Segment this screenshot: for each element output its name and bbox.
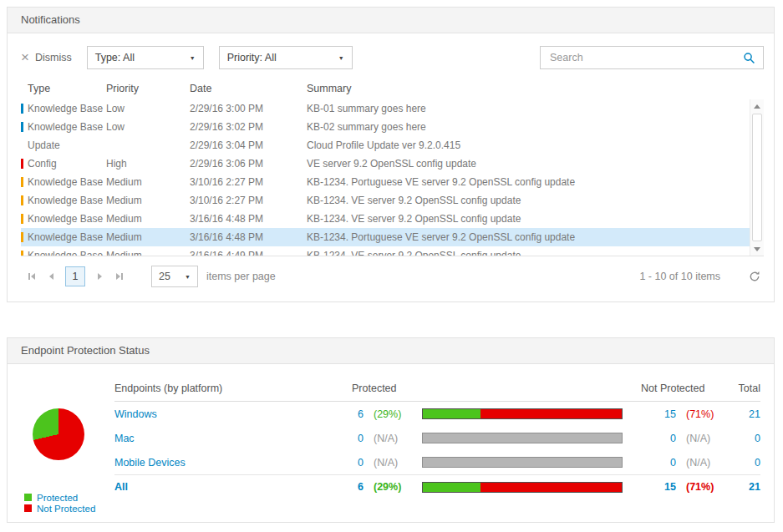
not-protected-count[interactable]: 0 [633,457,676,469]
cell-type: Knowledge Base [21,121,106,133]
notification-row[interactable]: Update 2/29/16 3:04 PM Cloud Profile Upd… [21,136,750,155]
dismiss-button[interactable]: × Dismiss [21,52,72,63]
column-header-total: Total [723,383,760,394]
legend-item-not-protected: Not Protected [24,503,95,514]
notification-row[interactable]: Knowledge Base Low 2/29/16 3:02 PM KB-02… [21,118,750,136]
next-page-button[interactable] [89,266,109,286]
total-count[interactable]: 0 [723,457,760,469]
not-protected-count[interactable]: 15 [633,481,676,493]
notification-row[interactable]: Knowledge Base Medium 3/16/16 4:49 PM KB… [21,246,750,256]
panel-title: Notifications [8,8,774,33]
cell-priority: Medium [106,176,190,188]
not-protected-bar-segment [480,483,622,492]
prev-page-button[interactable] [41,266,61,286]
search-icon[interactable] [743,52,755,64]
protected-count[interactable]: 6 [332,408,364,420]
first-page-button[interactable] [21,266,41,286]
legend-label: Not Protected [37,504,95,514]
grid-header-row: Type Priority Date Summary [21,78,764,99]
column-header-type[interactable]: Type [21,83,106,94]
cell-type: Knowledge Base [21,231,106,243]
chevron-up-icon [754,104,760,109]
refresh-button[interactable] [745,267,764,286]
cell-date: 3/10/16 2:27 PM [190,176,307,188]
platform-link[interactable]: All [114,481,332,493]
notification-row-selected[interactable]: Knowledge Base Medium 3/16/16 4:48 PM KB… [21,228,750,246]
protected-percent: (N/A) [364,433,412,444]
cell-type: Knowledge Base [21,103,106,114]
cell-date: 2/29/16 3:04 PM [190,139,307,151]
cell-summary: KB-1234. VE server 9.2 OpenSSL config up… [307,250,750,256]
cell-summary: KB-1234. Portuguese VE server 9.2 OpenSS… [307,231,750,243]
dismiss-x-icon: × [21,52,29,63]
cell-date: 3/16/16 4:48 PM [190,213,307,225]
scroll-down-button[interactable] [750,242,764,256]
cell-date: 2/29/16 3:00 PM [190,103,307,114]
not-protected-percent: (N/A) [676,433,723,444]
priority-filter-value: Priority: All [227,52,277,63]
panel-title: Endpoint Protection Status [8,338,774,364]
cell-date: 2/29/16 3:06 PM [190,158,307,170]
page-size-dropdown[interactable]: 25 ▼ [151,266,198,287]
arrow-right-icon [116,273,120,280]
dismiss-label: Dismiss [35,52,72,63]
column-header-summary[interactable]: Summary [307,83,764,94]
cell-type: Knowledge Base [21,250,106,256]
first-page-icon [28,273,30,280]
total-count[interactable]: 21 [723,408,760,420]
protected-count[interactable]: 6 [332,481,364,493]
protected-count[interactable]: 0 [332,433,364,444]
platform-link[interactable]: Mobile Devices [114,457,332,469]
column-header-not-protected: Not Protected [633,383,723,394]
notification-row[interactable]: Knowledge Base Medium 3/10/16 2:27 PM KB… [21,173,750,191]
protection-bar [422,408,623,419]
search-input[interactable] [548,51,743,64]
last-page-icon [121,273,123,280]
notification-row[interactable]: Knowledge Base Low 2/29/16 3:00 PM KB-01… [21,99,750,118]
protected-percent: (29%) [364,481,412,493]
last-page-button[interactable] [109,266,130,286]
column-header-priority[interactable]: Priority [106,83,190,94]
not-protected-count[interactable]: 0 [633,433,676,444]
cell-summary: Cloud Profile Update ver 9.2.0.415 [307,139,750,151]
page-size-value: 25 [159,271,170,282]
protected-count[interactable]: 0 [332,457,364,469]
items-range-label: 1 - 10 of 10 items [639,271,720,282]
notification-row[interactable]: Config High 2/29/16 3:06 PM VE server 9.… [21,155,750,173]
platform-link[interactable]: Windows [114,408,332,420]
severity-indicator [21,159,23,169]
platform-link[interactable]: Mac [114,433,332,444]
notification-row[interactable]: Knowledge Base Medium 3/10/16 2:27 PM KB… [21,191,750,210]
current-page-button[interactable]: 1 [65,266,85,286]
cell-summary: KB-02 summary goes here [307,121,750,133]
cell-priority: Medium [106,250,190,256]
cell-summary: KB-1234. VE server 9.2 OpenSSL config up… [307,195,750,206]
protected-bar-segment [423,483,480,492]
notification-row[interactable]: Knowledge Base Medium 3/16/16 4:48 PM KB… [21,210,750,228]
cell-priority: Medium [106,231,190,243]
column-header-date[interactable]: Date [190,83,307,94]
endpoint-row-all: All 6 (29%) 15 (71%) 21 [114,474,760,499]
priority-filter-dropdown[interactable]: Priority: All ▼ [219,46,353,69]
vertical-scrollbar[interactable] [750,99,764,256]
scroll-up-button[interactable] [750,99,764,113]
severity-indicator [21,251,23,256]
notifications-grid: Type Priority Date Summary Knowledge Bas… [21,78,764,256]
cell-date: 3/16/16 4:48 PM [190,231,307,243]
cell-summary: VE server 9.2 OpenSSL config update [307,158,750,170]
total-count[interactable]: 0 [723,433,760,444]
type-filter-dropdown[interactable]: Type: All ▼ [87,46,204,69]
grid-rows: Knowledge Base Low 2/29/16 3:00 PM KB-01… [21,99,764,256]
scrollbar-thumb[interactable] [752,114,762,241]
cell-summary: KB-1234. Portuguese VE server 9.2 OpenSS… [307,176,750,188]
cell-type: Knowledge Base [21,213,106,225]
endpoint-row-mac: Mac 0 (N/A) 0 (N/A) 0 [114,426,760,450]
endpoint-protection-panel: Endpoint Protection Status Protected Not… [7,337,775,523]
not-protected-count[interactable]: 15 [633,408,676,420]
pagination-bar: 1 25 ▼ items per page 1 - 10 of 10 items [21,260,764,293]
severity-indicator [21,177,23,187]
refresh-icon [749,271,760,282]
not-protected-bar-segment [480,409,622,418]
cell-date: 3/10/16 2:27 PM [190,195,307,206]
total-count[interactable]: 21 [723,481,760,493]
